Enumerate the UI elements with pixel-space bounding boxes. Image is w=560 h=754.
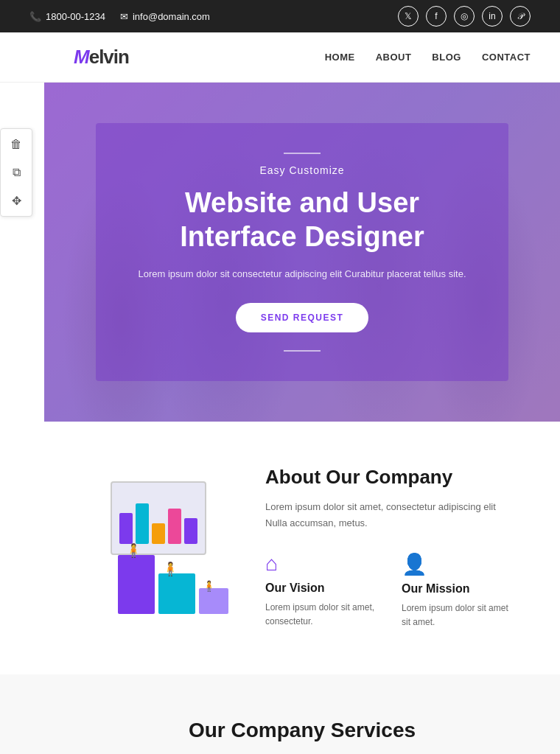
vision-icon: ⌂ [265, 552, 379, 576]
phone-number: 1800-00-1234 [46, 11, 105, 22]
move-tool[interactable]: ✥ [5, 189, 27, 212]
nav-home[interactable]: HOME [325, 52, 355, 63]
mission-title: Our Mission [402, 582, 516, 596]
vision-feature: ⌂ Our Vision Lorem ipsum dolor sit amet,… [265, 552, 379, 629]
linkedin-icon[interactable]: in [482, 6, 503, 27]
logo: Melvin [74, 46, 129, 69]
phone-icon [29, 11, 41, 22]
hero-content: Easy Customize Website and User Interfac… [96, 123, 508, 381]
top-bar-contact-info: 1800-00-1234 info@domain.com [29, 11, 210, 22]
illustration-step1 [118, 555, 155, 614]
pinterest-icon[interactable]: 𝒫 [510, 6, 531, 27]
illustration-figure2: 🧍 [162, 561, 178, 577]
hero-description: Lorem ipsum dolor sit consectetur adipis… [133, 267, 472, 282]
about-illustration: 🧍 🧍 🧍 [88, 467, 236, 629]
logo-m: M [74, 46, 89, 68]
top-bar: 1800-00-1234 info@domain.com 𝕏 f ◎ in 𝒫 [0, 0, 560, 32]
logo-suffix: elvin [89, 46, 129, 68]
editor-sidebar: 🗑 ⧉ ✥ [0, 128, 32, 217]
illustration-step2 [158, 573, 195, 614]
hero-line-bottom [284, 350, 321, 352]
email-icon [120, 11, 128, 22]
illustration-figure3: 🧍 [203, 580, 215, 592]
services-title: Our Company Services [88, 719, 516, 742]
mission-feature: 👤 Our Mission Lorem ipsum dolor sit amet… [402, 552, 516, 629]
phone-contact: 1800-00-1234 [29, 11, 105, 22]
vision-description: Lorem ipsum dolor sit amet, consectetur. [265, 601, 379, 629]
facebook-icon[interactable]: f [426, 6, 447, 27]
services-section: Our Company Services Lorem ipsum dolor s… [0, 674, 560, 754]
nav-about[interactable]: ABOUT [376, 52, 412, 63]
email-address: info@domain.com [133, 11, 210, 22]
instagram-icon[interactable]: ◎ [454, 6, 475, 27]
social-links: 𝕏 f ◎ in 𝒫 [398, 6, 531, 27]
email-contact: info@domain.com [120, 11, 210, 22]
copy-tool[interactable]: ⧉ [5, 161, 27, 184]
hero-subtitle: Easy Customize [133, 164, 472, 176]
isometric-illustration: 🧍 🧍 🧍 [88, 467, 236, 629]
mission-description: Lorem ipsum dolor sit amet sit amet. [402, 601, 516, 629]
about-text: About Our Company Lorem ipsum dolor sit … [265, 466, 516, 630]
about-features: ⌂ Our Vision Lorem ipsum dolor sit amet,… [265, 552, 516, 629]
hero-cta-button[interactable]: SEND REQUEST [236, 303, 369, 332]
about-section: 🧍 🧍 🧍 About Our Company Lorem ipsum dolo… [0, 422, 560, 674]
header: Melvin HOME ABOUT BLOG CONTACT [0, 32, 560, 83]
illustration-chart [116, 490, 200, 547]
about-title: About Our Company [265, 466, 516, 489]
navigation: HOME ABOUT BLOG CONTACT [325, 52, 531, 63]
hero-section: Easy Customize Website and User Interfac… [44, 83, 560, 422]
nav-contact[interactable]: CONTACT [482, 52, 531, 63]
illustration-step3 [199, 588, 228, 614]
about-description: Lorem ipsum dolor sit amet, consectetur … [265, 499, 516, 531]
nav-blog[interactable]: BLOG [432, 52, 461, 63]
illustration-figure1: 🧍 [125, 542, 141, 559]
hero-title: Website and User Interface Designer [133, 186, 472, 254]
main-wrapper: 🗑 ⧉ ✥ Melvin HOME ABOUT BLOG CONTACT Eas… [0, 32, 560, 754]
mission-icon: 👤 [402, 552, 516, 576]
delete-tool[interactable]: 🗑 [5, 133, 27, 156]
hero-line-top [284, 153, 321, 154]
vision-title: Our Vision [265, 582, 379, 595]
twitter-icon[interactable]: 𝕏 [398, 6, 419, 27]
